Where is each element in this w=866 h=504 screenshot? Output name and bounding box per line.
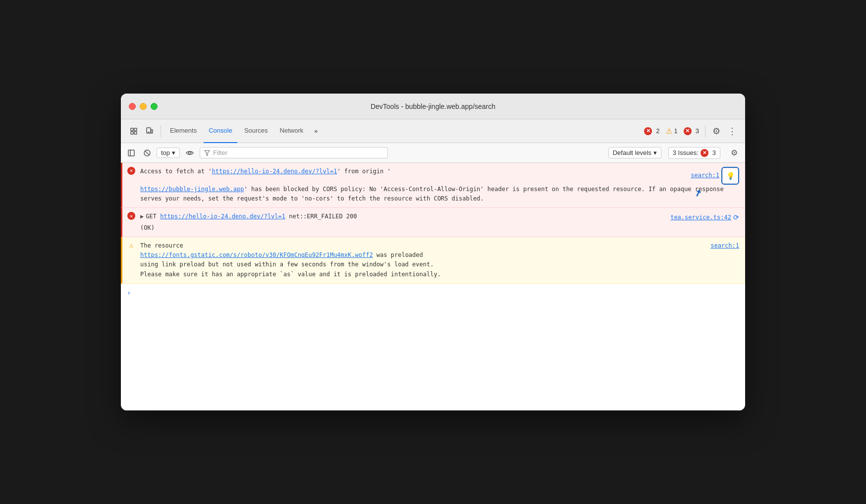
tea-service-link[interactable]: tea.service.ts:42 [670, 213, 731, 222]
divider [161, 125, 161, 137]
titlebar: DevTools - bubble-jingle.web.app/search [121, 94, 745, 119]
tab-console[interactable]: Console [204, 119, 237, 143]
svg-rect-2 [131, 132, 133, 134]
error-count: 2 [656, 127, 659, 135]
get-url-link[interactable]: https://hello-io-24.deno.dev/?lvl=1 [160, 213, 285, 220]
sidebar-toggle-btn[interactable] [125, 148, 138, 158]
warning-source-link[interactable]: search:1 [710, 241, 739, 251]
error-message-1: Access to fetch at 'https://hello-io-24.… [140, 167, 739, 203]
levels-arrow: ▾ [653, 149, 657, 156]
devtools-window: DevTools - bubble-jingle.web.app/search … [121, 94, 745, 410]
close-button[interactable] [129, 103, 136, 110]
more-options-btn[interactable]: ⋮ [725, 124, 739, 138]
error-icon-1: ✕ [127, 167, 135, 175]
console-entry-warning: ⚠ The resource search:1 https://fonts.gs… [121, 237, 745, 284]
console-entry-get-error: ✕ ▶GET https://hello-io-24.deno.dev/?lvl… [121, 208, 745, 237]
highlight-box: 💡 [721, 167, 739, 185]
window-title: DevTools - bubble-jingle.web.app/search [371, 102, 495, 110]
issues-badge-container: ✕ 3 [684, 127, 699, 135]
context-selector[interactable]: top ▾ [157, 148, 180, 158]
tab-sources[interactable]: Sources [239, 119, 273, 143]
error-message-2: ▶GET https://hello-io-24.deno.dev/?lvl=1… [140, 212, 739, 233]
dropdown-arrow: ▾ [172, 149, 175, 156]
svg-rect-0 [131, 128, 133, 131]
warning-text-start: The resource [140, 241, 183, 251]
warning-message: The resource search:1 https://fonts.gsta… [140, 241, 739, 279]
font-url-link[interactable]: https://fonts.gstatic.com/s/roboto/v30/K… [140, 252, 373, 258]
highlight-area: search:1 💡 ↗ [691, 167, 739, 185]
clear-console-btn[interactable] [141, 148, 154, 158]
tab-elements[interactable]: Elements [165, 119, 202, 143]
default-levels-btn[interactable]: Default levels ▾ [608, 147, 661, 158]
svg-rect-5 [151, 130, 153, 133]
traffic-lights [129, 103, 158, 110]
issues-label: 3 Issues: [673, 149, 699, 156]
error-badge-container: ✕ 2 [644, 127, 659, 135]
device-toolbar-btn[interactable] [143, 124, 157, 138]
issues-error-icon: ✕ [701, 149, 708, 157]
issues-count: 3 [696, 127, 699, 135]
filter-icon [204, 150, 210, 156]
svg-line-10 [145, 151, 149, 155]
issues-num: 3 [712, 149, 716, 156]
bubble-jingle-link[interactable]: https://bubble-jingle.web.app [140, 186, 244, 193]
cors-error-url2: https://bubble-jingle.web.app' has been … [140, 185, 739, 203]
filter-placeholder: Filter [213, 149, 227, 156]
context-label: top [161, 149, 170, 156]
levels-label: Default levels [613, 149, 651, 156]
divider2 [705, 125, 705, 137]
issues-counter-btn[interactable]: 3 Issues: ✕ 3 [668, 147, 720, 159]
cors-error-text: Access to fetch at 'https://hello-io-24.… [140, 167, 391, 185]
console-input-line: › [121, 284, 745, 302]
warning-icon: ⚠ [666, 127, 672, 136]
warning-count: 1 [674, 127, 678, 135]
svg-rect-3 [134, 132, 137, 134]
tab-network[interactable]: Network [275, 119, 309, 143]
error-icon: ✕ [644, 127, 652, 135]
console-prompt: › [127, 289, 131, 297]
get-error-text: ▶GET https://hello-io-24.deno.dev/?lvl=1… [140, 212, 357, 221]
svg-rect-7 [128, 150, 134, 156]
settings-btn[interactable]: ⚙ [709, 124, 723, 138]
warning-badge-container: ⚠ 1 [666, 127, 678, 136]
console-toolbar: top ▾ Filter Default levels ▾ 3 Issues: … [121, 143, 745, 163]
ai-assist-wrapper: 💡 ↗ [721, 167, 739, 185]
refresh-icon[interactable]: ⟳ [733, 212, 739, 223]
main-toolbar: Elements Console Sources Network » ✕ 2 ⚠… [121, 119, 745, 143]
get-ok-text: (OK) [140, 223, 739, 233]
warning-url-line: https://fonts.gstatic.com/s/roboto/v30/K… [140, 251, 739, 260]
warning-text-rest: using link preload but not used within a… [140, 260, 739, 279]
console-settings-btn[interactable]: ⚙ [727, 146, 741, 160]
maximize-button[interactable] [151, 103, 158, 110]
filter-container: Filter [200, 147, 388, 158]
inspect-element-btn[interactable] [127, 124, 141, 138]
minimize-button[interactable] [140, 103, 147, 110]
search-source-link-1[interactable]: search:1 [691, 171, 719, 180]
triangle-icon: ▶ [140, 213, 144, 220]
more-tabs-btn[interactable]: » [310, 125, 322, 137]
cors-url-link[interactable]: https://hello-io-24.deno.dev/?lvl=1 [212, 168, 337, 175]
console-entry-cors-error: ✕ Access to fetch at 'https://hello-io-2… [121, 163, 745, 208]
issues-icon: ✕ [684, 127, 692, 135]
ai-assist-btn[interactable]: 💡 [723, 169, 737, 183]
svg-marker-12 [205, 151, 210, 155]
console-content: ✕ Access to fetch at 'https://hello-io-2… [121, 163, 745, 410]
error-icon-2: ✕ [127, 212, 135, 220]
get-source-container: tea.service.ts:42 ⟳ [670, 212, 739, 223]
svg-rect-1 [134, 128, 137, 131]
svg-point-11 [189, 151, 191, 154]
warning-icon-1: ⚠ [127, 241, 135, 249]
eye-btn[interactable] [183, 148, 197, 158]
